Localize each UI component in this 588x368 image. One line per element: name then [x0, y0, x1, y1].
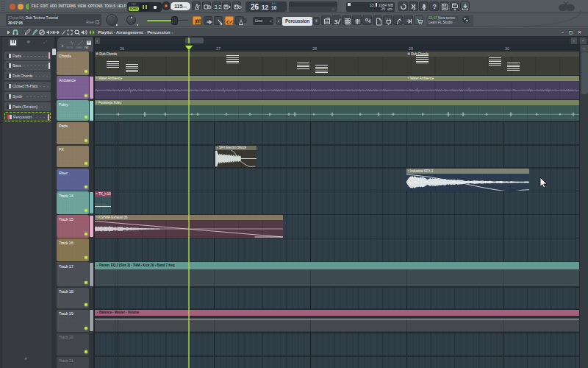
stop-button[interactable] [150, 3, 159, 11]
menu-item-edit[interactable]: EDIT [40, 4, 48, 8]
track-led[interactable] [85, 209, 87, 212]
picker-item-closed-hi-hats[interactable]: Closed Hi-Hats [4, 82, 51, 91]
master-pitch-knob[interactable] [126, 15, 136, 25]
metronome-button[interactable] [192, 1, 201, 10]
lane-pads[interactable] [95, 122, 579, 145]
track-led[interactable] [85, 233, 87, 236]
wait-input-button[interactable] [202, 1, 211, 10]
clip-footsteps-foley[interactable]: ≡Footsteps Foley [95, 100, 579, 121]
shuffle-slider[interactable] [147, 16, 188, 25]
track-led[interactable] [85, 350, 87, 353]
menu-item-tools[interactable]: TOOLS [104, 4, 115, 8]
clip-param-eq-2-slot-2-thm-kick-20-band-7-freq[interactable]: ↗Param. EQ 2 (Slot 2) - THM - Kick 20 - … [95, 262, 579, 286]
clip-water-ambience[interactable]: ≡Water Ambience [95, 76, 406, 99]
clip-balance-master-volume[interactable]: ↗Balance - Master - Volume [95, 310, 579, 332]
track-led[interactable] [85, 139, 87, 142]
countdown-button[interactable]: 3,2, [212, 1, 221, 10]
playlist-crumb[interactable]: Percussion [147, 30, 170, 35]
render-button[interactable] [460, 1, 470, 11]
menu-item-patterns[interactable]: PATTERNS [59, 4, 76, 8]
save-button[interactable] [440, 1, 449, 11]
mic-button[interactable] [419, 1, 429, 11]
picker-item-pads-tension-[interactable]: Pads (Tension) [4, 102, 51, 111]
step-arrow-button[interactable] [204, 16, 212, 26]
blend-notes-button[interactable] [222, 1, 231, 10]
link-button[interactable] [225, 16, 234, 26]
clip-tk-h-10[interactable]: ≡TK_h 10 [95, 191, 111, 214]
picker-item-pads[interactable]: Pads [4, 52, 51, 60]
hscroll-right-button[interactable]: › [571, 38, 577, 44]
lane-track-16[interactable] [95, 238, 579, 261]
project-picker-button[interactable] [362, 15, 372, 25]
pattern-prev-button[interactable]: ▸ [276, 17, 282, 25]
lane-track-18[interactable] [95, 288, 579, 309]
track-led[interactable] [85, 303, 87, 306]
track-mode-pat[interactable]: PAT [85, 46, 89, 49]
track-led[interactable] [85, 94, 87, 97]
automation-clip-bar[interactable]: ↗Balance - Master - Volume [95, 310, 579, 316]
picker-item-synth[interactable]: Synth [4, 92, 51, 101]
playback-button[interactable] [79, 28, 87, 36]
track-led[interactable] [85, 162, 87, 165]
cut-button[interactable] [409, 1, 418, 11]
close-icon[interactable]: ✕ [578, 30, 581, 35]
clip-dub-chords[interactable]: ▤Dub Chords [406, 52, 579, 75]
song-mode-label[interactable]: SONG [129, 7, 139, 12]
track-led[interactable] [85, 116, 87, 118]
midi-cable-button[interactable] [214, 16, 223, 26]
track-led[interactable] [85, 185, 87, 188]
vertical-scrollbar[interactable]: ︿ [579, 44, 588, 368]
minimize-window-icon[interactable] [18, 4, 24, 10]
menu-item-options[interactable]: OPTIONS [87, 4, 102, 8]
maximize-icon[interactable]: ◻ [569, 30, 573, 35]
clip-water-ambience[interactable]: ≡Water Ambience [406, 76, 579, 99]
tempo-display[interactable]: 115 000 [171, 2, 190, 10]
picker-scrollbar[interactable] [51, 48, 57, 368]
playhead-marker[interactable] [185, 46, 193, 50]
snap-selector[interactable]: Line ▸ [253, 17, 273, 25]
horizontal-scrollbar[interactable] [95, 37, 570, 44]
tap-button[interactable] [404, 15, 413, 25]
pattern-selector[interactable]: Percussion [282, 17, 312, 26]
close-window-icon[interactable] [10, 4, 15, 10]
pattern-add-button[interactable]: + [313, 17, 320, 25]
track-header-track-21[interactable]: Track 21 [57, 357, 89, 368]
picker-scroll-thumb[interactable] [52, 49, 56, 55]
channel-rack-button[interactable] [342, 15, 351, 25]
lane-track-21[interactable] [95, 357, 579, 368]
track-led[interactable] [85, 70, 87, 73]
slider-thumb[interactable] [171, 16, 178, 25]
hscroll-fit-button[interactable]: ▪ [580, 38, 587, 44]
lane-track-20[interactable] [95, 333, 579, 356]
snap-magnet-button[interactable] [11, 28, 19, 36]
piano-roll-button[interactable] [8, 38, 18, 46]
picker-item-bass[interactable]: Bass [4, 61, 51, 70]
playlist-lanes[interactable]: ▤Dub Chords▤Dub Chords≡Water Ambience≡Wa… [95, 52, 579, 368]
menu-item-view[interactable]: VIEW [78, 4, 86, 8]
picker-add-button[interactable]: + [24, 356, 27, 361]
track-led[interactable] [85, 281, 87, 284]
vscroll-thumb[interactable] [581, 52, 588, 94]
plugin-button[interactable] [383, 15, 392, 25]
minimize-icon[interactable]: – [562, 30, 564, 35]
record-button[interactable] [162, 1, 171, 10]
menu-item-add[interactable]: ADD [50, 4, 57, 8]
picker-item-dub-chords[interactable]: Dub Chords [4, 71, 51, 80]
mixer-button[interactable] [321, 15, 331, 25]
picker-filter-icon[interactable]: ✚ [26, 40, 30, 45]
lane-fx[interactable] [95, 146, 579, 168]
time-display[interactable]: 26:12:16bst [245, 1, 287, 12]
menu-item-file[interactable]: FILE [32, 4, 39, 8]
perf-button[interactable] [393, 15, 403, 25]
hscroll-left-button[interactable]: ‹ [95, 38, 100, 44]
playlist-button[interactable]: 3 [331, 15, 341, 25]
add-track-button[interactable]: + [61, 43, 64, 49]
clip-industrial-sfx-2[interactable]: ≡Industrial SFX 2 [406, 169, 529, 191]
picker-item-percussion[interactable]: Percussion [4, 112, 51, 121]
clip-sfx-electro-shock[interactable]: ≡SFX Electro Shock [215, 146, 257, 168]
browser-button[interactable] [352, 15, 362, 25]
save-new-button[interactable] [450, 1, 459, 11]
track-mode-chan[interactable]: CHAN [76, 46, 82, 49]
menu-item-help[interactable]: HELP [118, 4, 126, 8]
track-led[interactable] [85, 256, 87, 259]
